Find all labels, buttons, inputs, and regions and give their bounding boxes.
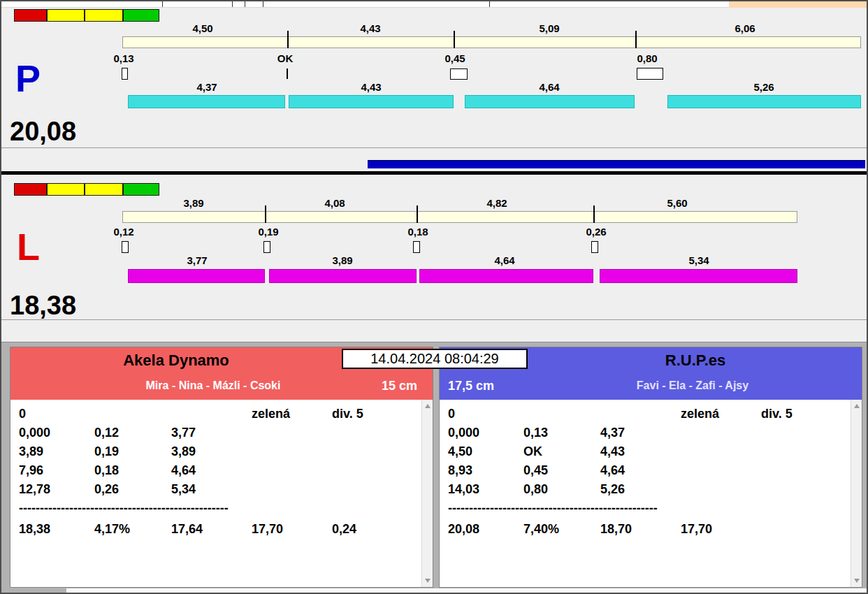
result-row: 8,930,454,64 xyxy=(440,462,850,481)
tick-mark xyxy=(245,1,245,7)
result-cell: 8,93 xyxy=(448,463,472,478)
scroll-down-icon[interactable] xyxy=(854,579,860,583)
plan-bar-p xyxy=(122,36,861,48)
tick-mark xyxy=(489,1,490,7)
result-cell: 0,26 xyxy=(94,482,119,497)
result-cell: 14,03 xyxy=(448,482,479,497)
run-bar-segment xyxy=(128,269,265,283)
run-time-label: 4,37 xyxy=(196,82,217,94)
status-square-yellow-1 xyxy=(47,9,85,22)
status-square-yellow-2 xyxy=(85,183,123,196)
result-row: 0zelenádiv. 5 xyxy=(440,405,850,424)
panel-p-lane: P 20,08 4,50 4,43 5,09 6,06 0,13 OK 0,45… xyxy=(1,8,867,171)
result-cell: 3,77 xyxy=(171,426,196,440)
status-square-yellow-1 xyxy=(47,183,85,196)
run-time-label: 3,77 xyxy=(187,255,207,267)
result-cell: 4,43 xyxy=(600,444,625,459)
result-cell: OK xyxy=(523,444,542,459)
plan-bar-divider xyxy=(593,205,595,223)
lane-letter-p: P xyxy=(15,59,41,97)
exchange-time-label: 0,18 xyxy=(407,226,428,238)
run-time-label: 5,26 xyxy=(753,82,774,94)
result-cell: 4,50 xyxy=(448,444,472,459)
result-cell: 0,000 xyxy=(448,426,479,440)
result-row: 14,030,805,26 xyxy=(440,481,850,500)
plan-bar-divider xyxy=(265,205,266,223)
result-cell: 0 xyxy=(448,407,455,421)
status-square-red xyxy=(14,183,47,196)
plan-time-label: 6,06 xyxy=(735,23,755,35)
result-cell: 4,64 xyxy=(600,463,625,478)
exchange-marker-box xyxy=(263,241,270,253)
run-time-label: 4,64 xyxy=(539,82,559,94)
datetime-display: 14.04.2024 08:04:29 xyxy=(342,349,528,369)
result-row: 0,0000,134,37 xyxy=(440,424,850,443)
plan-time-label: 4,82 xyxy=(486,198,507,210)
plan-bar-divider xyxy=(454,31,455,48)
result-cell: ----------------------------------------… xyxy=(19,501,229,516)
result-cell: 20,08 xyxy=(448,522,479,537)
run-bar-segment xyxy=(465,95,635,108)
lane-total-time-l: 18,38 xyxy=(10,292,76,319)
run-bar-segment xyxy=(667,95,861,108)
result-row: 0,0000,123,77 xyxy=(10,424,421,443)
result-cell: 0 xyxy=(19,407,26,421)
exchange-marker-box xyxy=(122,68,128,80)
exchange-time-label: 0,19 xyxy=(258,226,278,238)
exchange-marker-tick xyxy=(287,68,288,79)
result-cell: ----------------------------------------… xyxy=(448,501,658,516)
result-cell: 4,17% xyxy=(94,522,130,537)
plan-bar-l xyxy=(122,211,797,223)
result-cell: 3,89 xyxy=(171,444,196,459)
result-cell: 17,64 xyxy=(171,522,203,537)
scroll-down-icon[interactable] xyxy=(425,579,431,583)
exchange-time-label: 0,26 xyxy=(586,226,606,238)
scrollbar[interactable] xyxy=(851,400,862,587)
bottom-strip xyxy=(66,588,867,593)
result-cell: 18,38 xyxy=(19,522,50,537)
result-cell: 7,40% xyxy=(523,522,559,537)
result-cell: 0,45 xyxy=(523,463,548,478)
scroll-up-icon[interactable] xyxy=(425,404,431,408)
result-cell: 0,12 xyxy=(94,426,119,440)
jump-height-label: 15 cm xyxy=(382,379,417,393)
exchange-marker-box xyxy=(637,68,663,80)
plan-time-label: 3,89 xyxy=(183,198,203,210)
exchange-time-label: 0,80 xyxy=(637,53,657,65)
status-square-green xyxy=(123,183,159,196)
plan-bar-divider xyxy=(635,31,637,48)
team-members: Mira - Nina - Mázli - Csoki xyxy=(146,379,281,392)
run-bar-segment xyxy=(600,269,797,283)
exchange-marker-box xyxy=(450,68,468,80)
result-cell: 0,80 xyxy=(523,482,548,497)
result-row: 0zelenádiv. 5 xyxy=(10,405,421,424)
tick-mark xyxy=(162,1,163,7)
results-area: Akela Dynamo Mira - Nina - Mázli - Csoki… xyxy=(1,342,867,593)
exchange-marker-box xyxy=(413,241,420,253)
scrollbar[interactable] xyxy=(421,400,433,587)
exchange-time-label: 0,45 xyxy=(444,53,465,65)
run-time-label: 4,64 xyxy=(494,255,514,267)
result-cell: 3,89 xyxy=(19,444,43,459)
result-cell: 5,26 xyxy=(600,482,625,497)
result-cell: zelená xyxy=(252,407,290,421)
team-card-left: Akela Dynamo Mira - Nina - Mázli - Csoki… xyxy=(10,347,433,588)
plan-time-label: 4,50 xyxy=(192,23,212,35)
panel-divider-line xyxy=(1,319,867,320)
result-cell: 4,64 xyxy=(171,463,196,478)
exchange-marker-box xyxy=(591,241,598,253)
result-row: 12,780,265,34 xyxy=(10,481,421,500)
top-right-accent xyxy=(729,1,867,8)
run-time-label: 3,89 xyxy=(332,255,352,267)
plan-time-label: 5,09 xyxy=(539,23,559,35)
results-table: 0zelenádiv. 50,0000,123,773,890,193,897,… xyxy=(10,400,421,587)
plan-time-label: 4,43 xyxy=(360,23,380,35)
plan-bar-divider xyxy=(417,205,418,223)
team-card-right: R.U.P.es Favi - Ela - Zafi - Ajsy 17,5 c… xyxy=(439,347,862,588)
scroll-up-icon[interactable] xyxy=(854,404,860,408)
jump-height-label: 17,5 cm xyxy=(448,379,494,393)
result-cell: div. 5 xyxy=(332,407,363,421)
result-cell: 0,24 xyxy=(332,522,356,537)
results-body: 0zelenádiv. 50,0000,123,773,890,193,897,… xyxy=(10,400,433,587)
result-cell: div. 5 xyxy=(761,407,793,421)
